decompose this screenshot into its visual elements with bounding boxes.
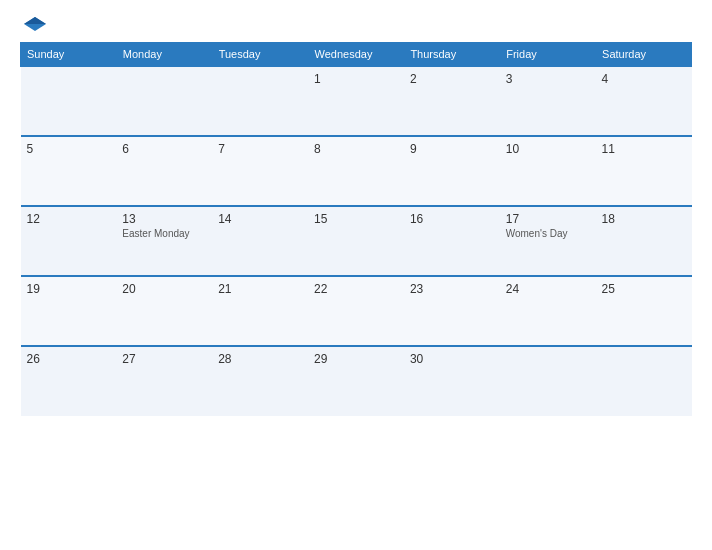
calendar-cell: 1 — [308, 66, 404, 136]
header — [20, 16, 692, 32]
day-number: 26 — [27, 352, 111, 366]
day-number: 14 — [218, 212, 302, 226]
calendar-week-row: 1234 — [21, 66, 692, 136]
calendar-cell: 28 — [212, 346, 308, 416]
calendar-week-row: 1213Easter Monday14151617Women's Day18 — [21, 206, 692, 276]
calendar-cell — [500, 346, 596, 416]
svg-marker-1 — [24, 17, 46, 24]
logo — [20, 16, 46, 32]
calendar-cell: 29 — [308, 346, 404, 416]
calendar-cell: 24 — [500, 276, 596, 346]
calendar-cell — [212, 66, 308, 136]
day-number: 8 — [314, 142, 398, 156]
calendar-cell: 15 — [308, 206, 404, 276]
day-number: 24 — [506, 282, 590, 296]
day-number: 21 — [218, 282, 302, 296]
calendar-cell: 9 — [404, 136, 500, 206]
weekday-header-tuesday: Tuesday — [212, 43, 308, 67]
weekday-header-row: SundayMondayTuesdayWednesdayThursdayFrid… — [21, 43, 692, 67]
day-number: 27 — [122, 352, 206, 366]
event-label: Easter Monday — [122, 228, 206, 239]
day-number: 13 — [122, 212, 206, 226]
day-number: 28 — [218, 352, 302, 366]
day-number: 12 — [27, 212, 111, 226]
day-number: 11 — [602, 142, 686, 156]
day-number: 22 — [314, 282, 398, 296]
calendar-week-row: 567891011 — [21, 136, 692, 206]
weekday-header-thursday: Thursday — [404, 43, 500, 67]
calendar-cell: 6 — [116, 136, 212, 206]
day-number: 3 — [506, 72, 590, 86]
calendar-cell: 10 — [500, 136, 596, 206]
day-number: 7 — [218, 142, 302, 156]
day-number: 17 — [506, 212, 590, 226]
weekday-header-wednesday: Wednesday — [308, 43, 404, 67]
calendar-cell: 2 — [404, 66, 500, 136]
calendar-cell: 30 — [404, 346, 500, 416]
calendar-cell: 13Easter Monday — [116, 206, 212, 276]
day-number: 1 — [314, 72, 398, 86]
calendar-cell: 21 — [212, 276, 308, 346]
calendar-cell — [596, 346, 692, 416]
event-label: Women's Day — [506, 228, 590, 239]
day-number: 23 — [410, 282, 494, 296]
calendar-cell — [116, 66, 212, 136]
calendar-cell: 16 — [404, 206, 500, 276]
calendar-cell: 3 — [500, 66, 596, 136]
calendar-cell: 14 — [212, 206, 308, 276]
calendar-cell: 17Women's Day — [500, 206, 596, 276]
calendar-cell: 20 — [116, 276, 212, 346]
day-number: 15 — [314, 212, 398, 226]
day-number: 9 — [410, 142, 494, 156]
calendar-cell: 18 — [596, 206, 692, 276]
calendar-cell — [21, 66, 117, 136]
day-number: 20 — [122, 282, 206, 296]
calendar-page: SundayMondayTuesdayWednesdayThursdayFrid… — [0, 0, 712, 550]
calendar-week-row: 19202122232425 — [21, 276, 692, 346]
calendar-cell: 5 — [21, 136, 117, 206]
logo-icon — [24, 16, 46, 32]
calendar-week-row: 2627282930 — [21, 346, 692, 416]
day-number: 25 — [602, 282, 686, 296]
calendar-cell: 19 — [21, 276, 117, 346]
day-number: 30 — [410, 352, 494, 366]
calendar-cell: 4 — [596, 66, 692, 136]
calendar-cell: 12 — [21, 206, 117, 276]
calendar-cell: 22 — [308, 276, 404, 346]
weekday-header-saturday: Saturday — [596, 43, 692, 67]
weekday-header-monday: Monday — [116, 43, 212, 67]
calendar-cell: 25 — [596, 276, 692, 346]
day-number: 16 — [410, 212, 494, 226]
day-number: 5 — [27, 142, 111, 156]
day-number: 18 — [602, 212, 686, 226]
day-number: 4 — [602, 72, 686, 86]
day-number: 6 — [122, 142, 206, 156]
calendar-cell: 11 — [596, 136, 692, 206]
calendar-cell: 26 — [21, 346, 117, 416]
day-number: 10 — [506, 142, 590, 156]
day-number: 29 — [314, 352, 398, 366]
calendar-cell: 23 — [404, 276, 500, 346]
calendar-table: SundayMondayTuesdayWednesdayThursdayFrid… — [20, 42, 692, 416]
day-number: 2 — [410, 72, 494, 86]
calendar-cell: 8 — [308, 136, 404, 206]
weekday-header-friday: Friday — [500, 43, 596, 67]
calendar-cell: 27 — [116, 346, 212, 416]
weekday-header-sunday: Sunday — [21, 43, 117, 67]
calendar-cell: 7 — [212, 136, 308, 206]
day-number: 19 — [27, 282, 111, 296]
